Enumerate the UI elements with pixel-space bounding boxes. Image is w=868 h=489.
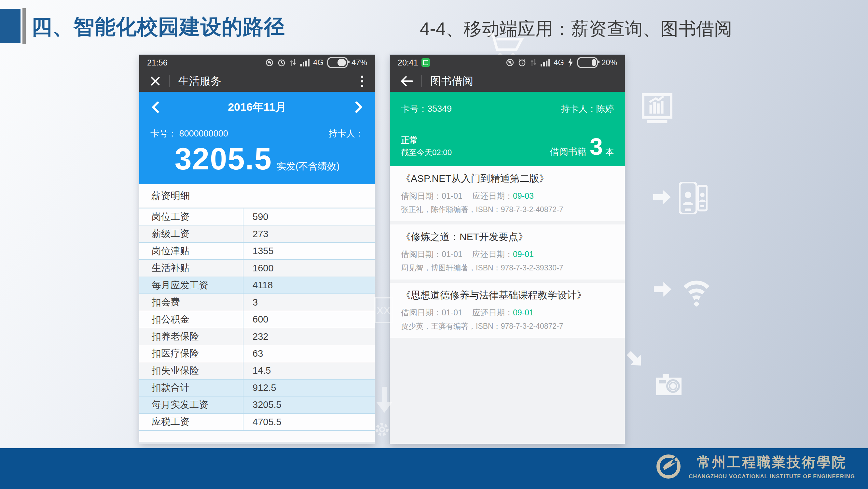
mute-icon bbox=[506, 58, 514, 67]
book-title: 《修炼之道：NET开发要点》 bbox=[401, 230, 614, 244]
school-name-cn: 常州工程職業技術學院 bbox=[697, 453, 847, 471]
arrow-diagonal-icon bbox=[622, 346, 648, 373]
book-authors-isbn: 张正礼，陈作聪编著，ISBN：978-7-3-2-40872-7 bbox=[401, 205, 614, 215]
library-card-summary: 卡号：35349 持卡人：陈婷 正常 截至今天02:00 借阅书籍 3 本 bbox=[390, 92, 625, 166]
arrow-down-icon bbox=[377, 386, 392, 413]
book-authors-isbn: 贾少英，王滨有编著，ISBN：978-7-3-2-40872-7 bbox=[401, 321, 614, 331]
salary-row-value: 3 bbox=[243, 294, 258, 311]
card-holder: 持卡人：陈婷 bbox=[561, 103, 614, 115]
salary-row-value: 232 bbox=[243, 328, 268, 345]
book-authors-isbn: 周见智，博图轩编著，ISBN：978-7-3-2-39330-7 bbox=[401, 263, 614, 273]
more-menu-icon[interactable] bbox=[360, 74, 365, 88]
salary-row-value: 63 bbox=[243, 345, 263, 362]
book-list-item[interactable]: 《修炼之道：NET开发要点》 借阅日期：01-01应还日期：09-01 周见智，… bbox=[390, 225, 625, 280]
table-footer bbox=[139, 431, 375, 442]
section-title: 薪资明细 bbox=[139, 184, 375, 208]
close-icon[interactable] bbox=[150, 76, 161, 87]
clock-label: 20:41 bbox=[398, 58, 418, 67]
table-row: 薪级工资273 bbox=[139, 225, 375, 242]
next-month-button[interactable] bbox=[354, 101, 364, 113]
borrow-count-value: 3 bbox=[590, 135, 603, 158]
salary-row-label: 扣会费 bbox=[139, 294, 243, 311]
due-date: 09-01 bbox=[513, 250, 534, 259]
borrow-count-label: 借阅书籍 bbox=[550, 146, 587, 158]
borrow-count-group: 借阅书籍 3 本 bbox=[550, 135, 614, 158]
table-row: 扣会费3 bbox=[139, 294, 375, 311]
school-logo: 常州工程職業技術學院 CHANGZHOU VOCATIONAL INSTITUT… bbox=[656, 453, 855, 480]
alarm-icon bbox=[277, 58, 286, 67]
salary-row-label: 岗位工资 bbox=[139, 208, 243, 225]
footer-band: 常州工程職業技術學院 CHANGZHOU VOCATIONAL INSTITUT… bbox=[0, 448, 868, 489]
screenshot-edge bbox=[139, 442, 375, 444]
network-type-label: 4G bbox=[554, 58, 564, 67]
school-name-en: CHANGZHOU VOCATIONAL INSTITUTE OF ENGINE… bbox=[689, 473, 855, 480]
battery-icon bbox=[327, 57, 348, 68]
mobile-phones-icon bbox=[679, 182, 708, 214]
book-dates: 借阅日期：01-01应还日期：09-01 bbox=[401, 249, 614, 260]
status-badge: 正常 bbox=[401, 134, 452, 147]
salary-row-value: 912.5 bbox=[243, 379, 276, 396]
app-navbar: 生活服务 bbox=[139, 70, 375, 92]
camera-icon bbox=[655, 372, 682, 396]
nav-divider bbox=[169, 75, 170, 87]
salary-row-label: 薪级工资 bbox=[139, 225, 243, 242]
as-of-time: 截至今天02:00 bbox=[401, 147, 452, 158]
salary-row-value: 1600 bbox=[243, 260, 274, 276]
book-list-item[interactable]: 《ASP.NET从入门到精通第二版》 借阅日期：01-01应还日期：09-03 … bbox=[390, 166, 625, 221]
slide-title: 四、智能化校园建设的路径 bbox=[31, 10, 285, 44]
table-row-highlight: 每月实发工资3205.5 bbox=[139, 397, 375, 413]
due-date: 09-01 bbox=[513, 308, 534, 317]
borrow-count-unit: 本 bbox=[606, 146, 614, 158]
status-bar: 21:56 4G 47% bbox=[139, 55, 375, 70]
table-row: 扣医疗保险63 bbox=[139, 345, 375, 362]
salary-row-value: 3205.5 bbox=[243, 397, 281, 413]
table-row: 应税工资4705.5 bbox=[139, 414, 375, 431]
slide-subtitle: 4-4、移动端应用：薪资查询、图书借阅 bbox=[420, 15, 732, 42]
back-icon[interactable] bbox=[400, 76, 413, 86]
app-navbar: 图书借阅 bbox=[390, 70, 625, 92]
due-date: 09-03 bbox=[513, 191, 534, 200]
salary-row-value: 590 bbox=[243, 208, 268, 225]
salary-app-screenshot: 21:56 4G 47% 生活服务 2016年11月 bbox=[139, 55, 375, 444]
salary-row-label: 每月应发工资 bbox=[139, 277, 243, 293]
battery-percent-label: 20% bbox=[601, 58, 617, 67]
charging-icon bbox=[567, 58, 574, 67]
data-arrows-icon bbox=[289, 58, 297, 67]
book-list-item[interactable]: 《思想道德修养与法律基础课程教学设计》 借阅日期：01-01应还日期：09-01… bbox=[390, 283, 625, 338]
table-row-highlight: 每月应发工资4118 bbox=[139, 277, 375, 294]
salary-row-value: 4118 bbox=[243, 277, 273, 293]
prev-month-button[interactable] bbox=[150, 101, 160, 113]
arrow-right-icon bbox=[653, 281, 673, 298]
card-holder-label: 持卡人： bbox=[329, 128, 364, 139]
document-xx-icon: XX bbox=[374, 297, 393, 323]
battery-icon bbox=[577, 57, 598, 68]
alarm-icon bbox=[518, 58, 526, 67]
salary-row-value: 273 bbox=[243, 225, 268, 242]
borrowed-book-list: 《ASP.NET从入门到精通第二版》 借阅日期：01-01应还日期：09-03 … bbox=[390, 166, 625, 444]
salary-row-value: 1355 bbox=[243, 243, 274, 259]
signal-strength-icon bbox=[540, 59, 550, 66]
salary-row-value: 600 bbox=[243, 311, 268, 328]
svg-text:XX: XX bbox=[377, 305, 391, 316]
salary-row-label: 扣养老保险 bbox=[139, 328, 243, 345]
signal-strength-icon bbox=[300, 59, 310, 66]
salary-row-label: 扣医疗保险 bbox=[139, 345, 243, 362]
table-row-highlight: 扣款合计912.5 bbox=[139, 379, 375, 397]
salary-row-label: 扣失业保险 bbox=[139, 362, 243, 379]
book-dates: 借阅日期：01-01应还日期：09-03 bbox=[401, 191, 614, 201]
clock-label: 21:56 bbox=[147, 58, 167, 67]
header-accent-square bbox=[0, 9, 21, 43]
slide-canvas: 四、智能化校园建设的路径 4-4、移动端应用：薪资查询、图书借阅 XX 21:5… bbox=[0, 0, 868, 489]
monitor-chart-icon bbox=[642, 93, 673, 125]
net-salary-note: 实发(不含绩效) bbox=[277, 160, 339, 173]
card-status: 正常 截至今天02:00 bbox=[401, 134, 452, 158]
table-row: 扣公积金600 bbox=[139, 311, 375, 328]
page-title: 图书借阅 bbox=[430, 74, 473, 89]
table-row: 生活补贴1600 bbox=[139, 260, 375, 277]
month-label: 2016年11月 bbox=[228, 100, 286, 115]
gear-icon bbox=[374, 419, 391, 440]
book-title: 《思想道德修养与法律基础课程教学设计》 bbox=[401, 289, 614, 302]
page-title: 生活服务 bbox=[178, 74, 221, 89]
arrow-right-icon bbox=[652, 188, 672, 206]
salary-row-value: 4705.5 bbox=[243, 414, 281, 430]
